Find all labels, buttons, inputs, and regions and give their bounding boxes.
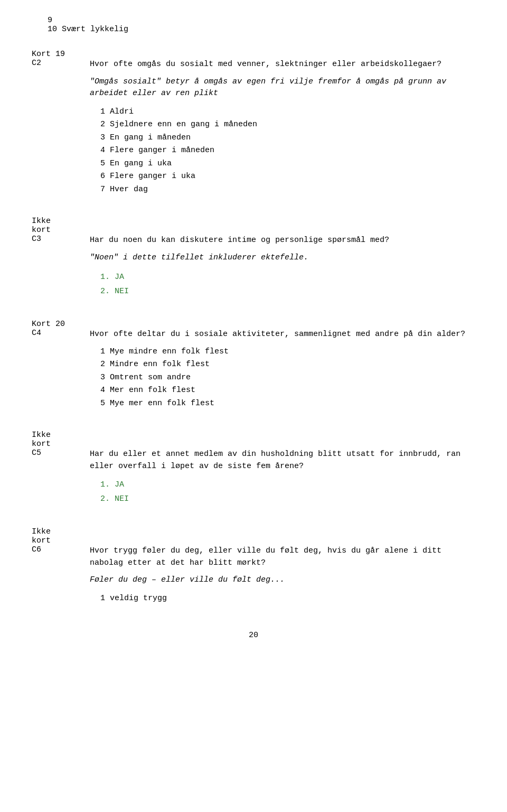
top-numbers: 9 10 Svært lykkelig bbox=[32, 16, 475, 34]
question-text: Hvor ofte omgås du sosialt med venner, s… bbox=[90, 59, 475, 71]
list-item: 4 Mer enn folk flest bbox=[100, 385, 465, 397]
section-ikke-kort-c3: Ikke kortC3Har du noen du kan diskutere … bbox=[32, 217, 475, 304]
ja-nei-list: 1. JA2. NEI bbox=[100, 270, 389, 298]
list-item: 3 Omtrent som andre bbox=[100, 372, 465, 384]
section-code: C2 bbox=[32, 59, 90, 201]
section-label: Kort 19 bbox=[32, 50, 74, 59]
list-item: 1 Aldri bbox=[100, 106, 475, 118]
instruction-text: "Noen" i dette tilfellet inkluderer ekte… bbox=[90, 252, 389, 264]
section-ikke-kort-c6: Ikke kortC6Hvor trygg føler du deg, elle… bbox=[32, 527, 475, 610]
section-header-ikke-kort-c6: Ikke kort bbox=[32, 527, 475, 545]
section-body-row: C3Har du noen du kan diskutere intime og… bbox=[32, 235, 475, 304]
list-item: 6 Flere ganger i uka bbox=[100, 171, 475, 183]
top-number1: 9 bbox=[48, 16, 475, 25]
section-header-kort19: Kort 19 bbox=[32, 50, 475, 59]
list-item: 1 veldig trygg bbox=[100, 593, 475, 605]
answer-list: 1 Aldri2 Sjeldnere enn en gang i måneden… bbox=[100, 106, 475, 196]
section-content: Hvor trygg føler du deg, eller ville du … bbox=[90, 545, 475, 610]
ja-nei-item: 2. NEI bbox=[100, 284, 389, 298]
section-header-ikke-kort-c5: Ikke kort bbox=[32, 431, 475, 449]
ja-nei-item: 2. NEI bbox=[100, 492, 475, 506]
section-label: Kort 20 bbox=[32, 320, 74, 329]
list-item: 5 Mye mer enn folk flest bbox=[100, 398, 465, 410]
section-body-row: C4Hvor ofte deltar du i sosiale aktivite… bbox=[32, 329, 475, 415]
list-item: 2 Mindre enn folk flest bbox=[100, 359, 465, 371]
section-header-ikke-kort-c3: Ikke kort bbox=[32, 217, 475, 235]
section-content: Har du eller et annet medlem av din hush… bbox=[90, 449, 475, 511]
section-code: C6 bbox=[32, 545, 90, 610]
list-item: 2 Sjeldnere enn en gang i måneden bbox=[100, 119, 475, 131]
section-body-row: C5Har du eller et annet medlem av din hu… bbox=[32, 449, 475, 511]
question-text: Hvor ofte deltar du i sosiale aktivitete… bbox=[90, 329, 465, 341]
section-kort20: Kort 20C4Hvor ofte deltar du i sosiale a… bbox=[32, 320, 475, 415]
top-number2: 10 Svært lykkelig bbox=[48, 25, 475, 34]
section-content: Har du noen du kan diskutere intime og p… bbox=[90, 235, 389, 304]
section-body-row: C2Hvor ofte omgås du sosialt med venner,… bbox=[32, 59, 475, 201]
section-label: Ikke kort bbox=[32, 431, 74, 449]
list-item: 7 Hver dag bbox=[100, 184, 475, 196]
section-body-row: C6Hvor trygg føler du deg, eller ville d… bbox=[32, 545, 475, 610]
section-content: Hvor ofte deltar du i sosiale aktivitete… bbox=[90, 329, 465, 415]
section-label: Ikke kort bbox=[32, 527, 74, 545]
section-label: Ikke kort bbox=[32, 217, 74, 235]
page-content: 9 10 Svært lykkelig Kort 19C2Hvor ofte o… bbox=[32, 16, 475, 640]
answer-list: 1 Mye mindre enn folk flest2 Mindre enn … bbox=[100, 346, 465, 410]
question-text: Har du eller et annet medlem av din hush… bbox=[90, 449, 475, 472]
list-item: 4 Flere ganger i måneden bbox=[100, 145, 475, 157]
ja-nei-item: 1. JA bbox=[100, 270, 389, 284]
list-item: 5 En gang i uka bbox=[100, 158, 475, 170]
section-code: C5 bbox=[32, 449, 90, 511]
question-text: Hvor trygg føler du deg, eller ville du … bbox=[90, 545, 475, 569]
answer-list: 1 veldig trygg bbox=[100, 593, 475, 605]
section-content: Hvor ofte omgås du sosialt med venner, s… bbox=[90, 59, 475, 201]
question-text: Har du noen du kan diskutere intime og p… bbox=[90, 235, 389, 247]
section-header-kort20: Kort 20 bbox=[32, 320, 475, 329]
page-number: 20 bbox=[32, 631, 475, 640]
sections-container: Kort 19C2Hvor ofte omgås du sosialt med … bbox=[32, 50, 475, 610]
ja-nei-item: 1. JA bbox=[100, 478, 475, 492]
section-code: C3 bbox=[32, 235, 90, 304]
section-ikke-kort-c5: Ikke kortC5Har du eller et annet medlem … bbox=[32, 431, 475, 511]
list-item: 3 En gang i måneden bbox=[100, 132, 475, 144]
section-kort19: Kort 19C2Hvor ofte omgås du sosialt med … bbox=[32, 50, 475, 201]
ja-nei-list: 1. JA2. NEI bbox=[100, 478, 475, 506]
section-code: C4 bbox=[32, 329, 90, 415]
list-item: 1 Mye mindre enn folk flest bbox=[100, 346, 465, 358]
instruction-text: "Omgås sosialt" betyr å omgås av egen fr… bbox=[90, 76, 475, 100]
instruction-text: Føler du deg – eller ville du følt deg..… bbox=[90, 574, 475, 586]
